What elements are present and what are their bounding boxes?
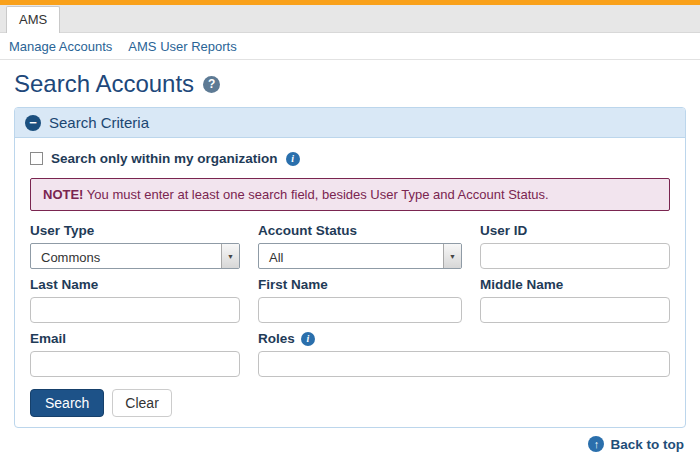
clear-button[interactable]: Clear <box>112 389 171 417</box>
first-name-input[interactable] <box>258 297 462 323</box>
user-type-field: User Type Commons ▼ <box>30 223 258 269</box>
panel-body: Search only within my organization i NOT… <box>15 138 685 427</box>
roles-field: Roles i <box>258 331 670 377</box>
page-content: Search Accounts ? − Search Criteria Sear… <box>0 60 700 452</box>
first-name-label: First Name <box>258 277 462 292</box>
email-field: Email <box>30 331 258 377</box>
org-checkbox-row: Search only within my organization i <box>30 151 670 166</box>
app-tab-ams[interactable]: AMS <box>6 6 60 33</box>
middle-name-field: Middle Name <box>480 277 670 323</box>
nav-bar: Manage Accounts AMS User Reports <box>0 33 700 60</box>
roles-label-row: Roles i <box>258 331 670 346</box>
org-checkbox[interactable] <box>30 152 43 165</box>
account-status-field: Account Status All ▼ <box>258 223 480 269</box>
collapse-icon[interactable]: − <box>25 115 41 131</box>
search-form-grid: User Type Commons ▼ Account Status All ▼… <box>30 223 670 377</box>
last-name-field: Last Name <box>30 277 258 323</box>
page-title: Search Accounts <box>14 70 194 98</box>
roles-info-icon[interactable]: i <box>301 332 315 346</box>
search-criteria-panel: − Search Criteria Search only within my … <box>14 107 686 428</box>
panel-title: Search Criteria <box>49 114 149 131</box>
note-text: You must enter at least one search field… <box>87 187 549 202</box>
user-type-select[interactable]: Commons ▼ <box>30 243 240 269</box>
org-info-icon[interactable]: i <box>286 152 300 166</box>
email-label: Email <box>30 331 240 346</box>
nav-ams-user-reports[interactable]: AMS User Reports <box>128 39 236 54</box>
search-button[interactable]: Search <box>30 389 104 417</box>
help-icon[interactable]: ? <box>203 76 220 93</box>
first-name-field: First Name <box>258 277 480 323</box>
tab-strip: AMS <box>0 5 700 33</box>
org-checkbox-label: Search only within my organization <box>51 151 278 166</box>
email-input[interactable] <box>30 351 240 377</box>
dropdown-arrow-icon: ▼ <box>443 244 461 268</box>
back-to-top-link[interactable]: Back to top <box>610 437 684 452</box>
roles-input[interactable] <box>258 351 670 377</box>
nav-manage-accounts[interactable]: Manage Accounts <box>9 39 112 54</box>
roles-label: Roles <box>258 331 295 346</box>
search-criteria-header[interactable]: − Search Criteria <box>15 108 685 138</box>
user-id-field: User ID <box>480 223 670 269</box>
dropdown-arrow-icon: ▼ <box>221 244 239 268</box>
user-type-label: User Type <box>30 223 240 238</box>
account-status-selected-value: All <box>259 244 443 268</box>
account-status-label: Account Status <box>258 223 462 238</box>
note-prefix: NOTE! <box>43 187 83 202</box>
middle-name-label: Middle Name <box>480 277 670 292</box>
note-box: NOTE! You must enter at least one search… <box>30 178 670 211</box>
back-to-top[interactable]: ↑ Back to top <box>14 428 686 452</box>
user-type-selected-value: Commons <box>31 244 221 268</box>
account-status-select[interactable]: All ▼ <box>258 243 462 269</box>
button-row: Search Clear <box>30 389 670 417</box>
title-row: Search Accounts ? <box>14 70 686 98</box>
last-name-input[interactable] <box>30 297 240 323</box>
middle-name-input[interactable] <box>480 297 670 323</box>
last-name-label: Last Name <box>30 277 240 292</box>
up-arrow-icon: ↑ <box>588 436 604 452</box>
user-id-input[interactable] <box>480 243 670 269</box>
user-id-label: User ID <box>480 223 670 238</box>
